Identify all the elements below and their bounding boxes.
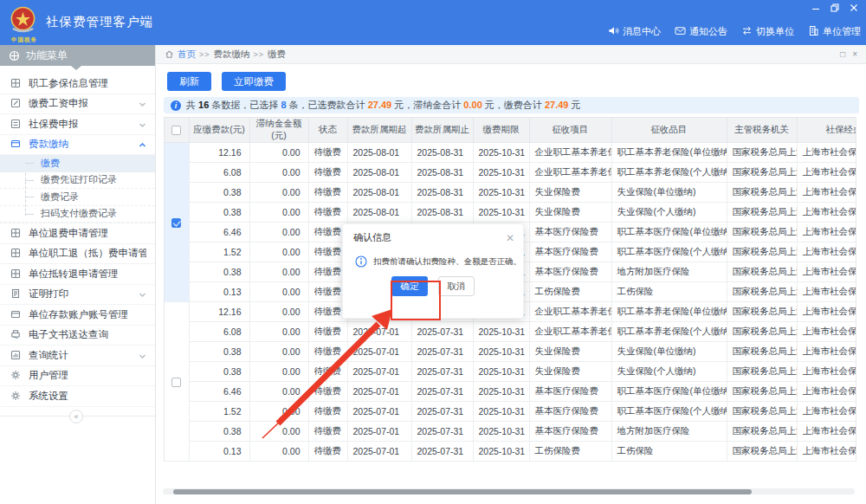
- tax-authority-cell: 国家税务总局上海...: [727, 143, 797, 163]
- table-cell: 2025-07-31: [411, 362, 473, 382]
- chevron-down-icon: [139, 100, 146, 107]
- table-cell: 待缴费: [308, 402, 347, 422]
- sidebar-item[interactable]: 职工参保信息管理: [0, 74, 155, 94]
- sidebar-item[interactable]: 用户管理: [0, 366, 155, 387]
- sidebar-item-label: 社保费申报: [29, 118, 139, 131]
- table-cell: 0.00: [249, 342, 308, 362]
- menu-header-label: 功能菜单: [26, 48, 68, 63]
- table-cell: 基本医疗保险费: [529, 223, 611, 242]
- table-cell: 0.00: [249, 442, 308, 462]
- sidebar-item[interactable]: 证明打印: [0, 285, 155, 306]
- table-cell: 待缴费: [308, 422, 347, 442]
- nav-item-speaker[interactable]: 消息中心: [608, 25, 661, 38]
- sidebar-item-label: 费款缴纳: [29, 138, 139, 151]
- sidebar-item[interactable]: 单位退费申请管理: [0, 223, 155, 244]
- table-cell: 职工基本医疗保险(个人缴纳): [611, 402, 727, 422]
- table-cell: 2025-10-31: [473, 402, 529, 422]
- agency-cell: 上海市社会保险事: [797, 302, 856, 322]
- refresh-button[interactable]: 刷新: [167, 72, 211, 91]
- sidebar-item-label: 单位职工退（抵）费申请管理: [29, 247, 146, 260]
- nav-item-mail[interactable]: 通知公告: [675, 25, 727, 38]
- panel-controls: □ ×: [840, 49, 857, 59]
- table-cell: 1.52: [189, 402, 249, 422]
- table-cell: 失业保险费: [529, 183, 611, 203]
- table-cell: 职工基本养老保险(个人缴纳): [611, 163, 727, 183]
- pay-now-button[interactable]: 立即缴费: [222, 72, 286, 91]
- sidebar-item[interactable]: 系统设置: [0, 386, 155, 407]
- sidebar-item[interactable]: 电子文书送达查询: [0, 326, 155, 346]
- switch-icon: [741, 25, 753, 38]
- submenu-item[interactable]: 缴费记录: [0, 189, 155, 206]
- nav-item-building[interactable]: 单位管理: [808, 25, 861, 38]
- table-cell: 2025-10-31: [473, 322, 529, 342]
- table-cell: 职工基本医疗保险(单位缴纳): [611, 382, 727, 402]
- tax-authority-cell: 国家税务总局上海...: [727, 402, 797, 422]
- table-cell: 基本医疗保险费: [529, 402, 611, 422]
- table-cell: 0.38: [189, 362, 249, 382]
- table-row: 1.520.00待缴费2025-07-012025-07-312025-10-3…: [165, 402, 856, 422]
- table-row: 0.380.00待缴费2025-07-012025-07-312025-10-3…: [165, 342, 856, 362]
- column-header: 状态: [308, 118, 347, 143]
- cancel-button[interactable]: 取消: [438, 276, 475, 296]
- grid-icon: [10, 228, 22, 239]
- summary-segment: 0.00: [463, 100, 481, 110]
- table-cell: 0.00: [249, 143, 308, 163]
- menu-list: 职工参保信息管理缴费工资申报社保费申报费款缴纳缴费缴费凭证打印记录缴费记录扫码支…: [0, 74, 155, 407]
- table-cell: 0.00: [249, 402, 308, 422]
- title-bar: 中国税务 社保费管理客户端 消息中心通知公告切换单位单位管理: [0, 0, 866, 45]
- agency-cell: 上海市社会保险事: [797, 163, 856, 183]
- row-group-checkbox[interactable]: [171, 218, 181, 228]
- submenu-item[interactable]: 缴费: [0, 155, 155, 172]
- horizontal-scrollbar-thumb[interactable]: [173, 489, 752, 494]
- table-cell: 2025-10-31: [473, 442, 529, 462]
- tax-authority-cell: 国家税务总局上海...: [727, 163, 797, 183]
- table-cell: 0.00: [249, 183, 308, 203]
- table-cell: 地方附加医疗保险: [611, 262, 727, 282]
- tax-authority-cell: 国家税务总局上海...: [727, 183, 797, 203]
- panel-restore-icon[interactable]: □: [840, 49, 845, 59]
- chevron-down-icon: [139, 120, 146, 128]
- panel-close-icon[interactable]: ×: [852, 49, 857, 59]
- sidebar-item[interactable]: 社保费申报: [0, 114, 155, 135]
- table-cell: 工伤保险费: [529, 442, 611, 462]
- collapse-sidebar-button[interactable]: «: [69, 410, 83, 423]
- tax-authority-cell: 国家税务总局上海...: [727, 342, 797, 362]
- breadcrumb-separator: >>: [254, 50, 265, 59]
- close-icon[interactable]: [849, 3, 859, 12]
- edit-icon: [10, 98, 22, 109]
- table-cell: 12.16: [189, 143, 249, 163]
- submenu-item[interactable]: 缴费凭证打印记录: [0, 172, 155, 190]
- tax-authority-cell: 国家税务总局上海...: [727, 282, 797, 302]
- tax-authority-cell: 国家税务总局上海...: [727, 262, 797, 282]
- select-all-checkbox[interactable]: [171, 126, 181, 135]
- mail-icon: [675, 25, 686, 38]
- table-cell: 0.38: [189, 203, 249, 223]
- table-cell: 2025-07-01: [347, 362, 411, 382]
- table-cell: 0.00: [249, 382, 308, 402]
- gear-icon: [10, 370, 22, 381]
- restore-icon[interactable]: [830, 3, 840, 12]
- dialog-close-icon[interactable]: ✕: [506, 234, 514, 242]
- breadcrumb-item[interactable]: 首页: [178, 48, 196, 59]
- row-group-checkbox[interactable]: [171, 378, 181, 387]
- confirm-button[interactable]: 确定: [391, 276, 428, 296]
- table-cell: 失业保险费: [529, 342, 611, 362]
- tax-authority-cell: 国家税务总局上海...: [727, 442, 797, 462]
- column-header: 主管税务机关: [727, 118, 797, 143]
- summary-text: 共 16 条数据，已选择 8 条，已选费款合计 27.49 元，滞纳金合计 0.…: [186, 99, 580, 112]
- sidebar-item[interactable]: 缴费工资申报: [0, 94, 155, 115]
- menu-header: 功能菜单: [0, 45, 155, 66]
- nav-item-switch[interactable]: 切换单位: [741, 25, 794, 38]
- table-cell: 待缴费: [308, 442, 347, 462]
- agency-cell: 上海市社会保险事: [797, 262, 856, 282]
- table-row: 6.080.00待缴费2025-08-012025-08-312025-10-3…: [165, 163, 856, 183]
- submenu-item[interactable]: 扫码支付缴费记录: [0, 206, 155, 223]
- sidebar-item[interactable]: 查询统计: [0, 346, 155, 366]
- table-cell: 0.00: [249, 203, 308, 223]
- minimize-icon[interactable]: [811, 3, 821, 12]
- sidebar-item[interactable]: 单位职工退（抵）费申请管理: [0, 244, 155, 265]
- sidebar-item[interactable]: 费款缴纳: [0, 135, 155, 156]
- sidebar-item[interactable]: 单位抵转退申请管理: [0, 264, 155, 285]
- dialog-footer: 确定 取消: [343, 276, 523, 296]
- sidebar-item[interactable]: 单位存款账户账号管理: [0, 305, 155, 326]
